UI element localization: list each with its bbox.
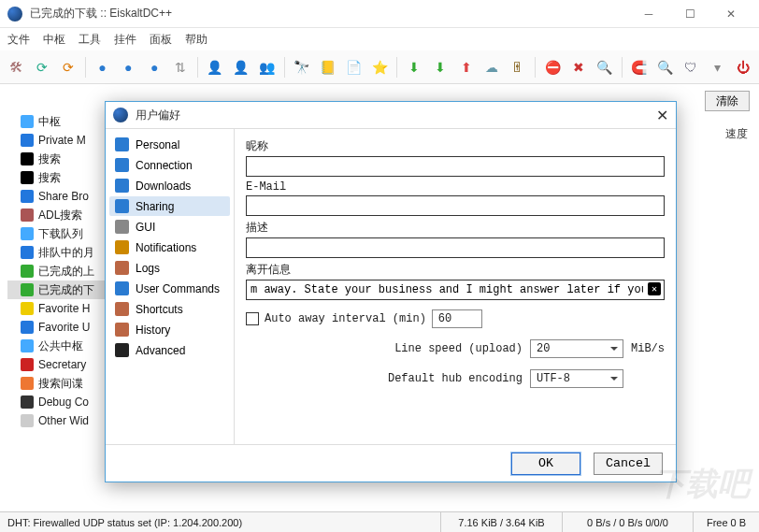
tree-item[interactable]: 中枢 xyxy=(7,112,110,131)
away-input[interactable] xyxy=(246,280,665,300)
wrench-icon[interactable]: 🛠 xyxy=(6,56,26,79)
magnet-icon[interactable]: 🧲 xyxy=(629,56,650,79)
tree-item[interactable]: Favorite H xyxy=(7,299,110,318)
globe2-icon[interactable]: ● xyxy=(118,56,138,79)
window-title: 已完成的下载 :: EiskaltDC++ xyxy=(30,6,628,22)
tree-item-icon xyxy=(21,265,34,278)
nav-item-icon xyxy=(115,302,129,316)
tree-item[interactable]: Other Wid xyxy=(7,411,110,430)
status-dht: DHT: Firewalled UDP status set (IP: 1.20… xyxy=(0,512,441,532)
cross-icon[interactable]: ✖ xyxy=(568,56,589,79)
email-input[interactable] xyxy=(246,195,665,216)
book-icon[interactable]: 📒 xyxy=(317,56,337,79)
tree-item-label: ADL搜索 xyxy=(38,208,82,223)
menu-hub[interactable]: 中枢 xyxy=(43,32,65,48)
tree-item[interactable]: 搜索 xyxy=(7,150,110,168)
download-icon[interactable]: ⬇ xyxy=(404,56,424,79)
tree-item[interactable]: ADL搜索 xyxy=(7,206,110,224)
arrows-icon[interactable]: ⇅ xyxy=(170,56,191,79)
star-icon[interactable]: ⭐ xyxy=(369,56,390,79)
tree-item-label: 中枢 xyxy=(38,114,61,130)
tree-item-icon xyxy=(21,283,34,296)
menu-help[interactable]: 帮助 xyxy=(185,32,208,48)
tree-item-icon xyxy=(21,339,34,352)
globe1-icon[interactable]: ● xyxy=(93,56,113,79)
tree-item-icon xyxy=(21,227,34,240)
tree-item[interactable]: Favorite U xyxy=(7,318,110,337)
user-gold-icon[interactable]: 👤 xyxy=(231,56,251,79)
speed-column-header: 速度 xyxy=(725,126,748,142)
cloud-icon[interactable]: ☁ xyxy=(482,56,503,79)
nav-item-shortcuts[interactable]: Shortcuts xyxy=(109,299,230,319)
refresh-orange-icon[interactable]: ⟳ xyxy=(58,56,79,79)
clear-button[interactable]: 清除 xyxy=(705,91,750,111)
auto-away-checkbox[interactable] xyxy=(246,312,259,325)
menu-file[interactable]: 文件 xyxy=(7,32,30,48)
ok-button[interactable]: OK xyxy=(511,453,580,475)
nav-item-history[interactable]: History xyxy=(109,320,230,339)
slider-icon[interactable]: 🎚 xyxy=(508,56,528,79)
power-icon[interactable]: ⏻ xyxy=(733,56,753,79)
side-tree: 中枢Private M搜索搜索Share BroADL搜索下载队列排队中的月已完… xyxy=(7,112,110,430)
tree-item[interactable]: 搜索间谍 xyxy=(7,374,110,393)
tree-item-icon xyxy=(21,302,34,315)
tree-item-label: Share Bro xyxy=(38,190,89,203)
nav-item-label: User Commands xyxy=(136,282,220,295)
tree-item-icon xyxy=(21,171,34,184)
menu-bar: 文件 中枢 工具 挂件 面板 帮助 xyxy=(0,28,759,50)
nav-item-user-commands[interactable]: User Commands xyxy=(109,279,230,298)
zoom-icon[interactable]: 🔍 xyxy=(594,56,615,79)
search-icon[interactable]: 🔍 xyxy=(655,56,676,79)
tree-item[interactable]: 已完成的下 xyxy=(7,280,110,299)
page-icon[interactable]: 📄 xyxy=(343,56,364,79)
auto-away-spinner[interactable]: 60 xyxy=(432,309,482,328)
globe3-icon[interactable]: ● xyxy=(144,56,165,79)
dialog-close-icon[interactable]: ✕ xyxy=(656,107,668,124)
menu-panel[interactable]: 面板 xyxy=(150,32,172,48)
nav-item-downloads[interactable]: Downloads xyxy=(109,176,230,195)
nav-item-label: Sharing xyxy=(136,200,174,213)
line-speed-select[interactable]: 20 xyxy=(530,339,623,358)
preferences-dialog: 用户偏好 ✕ PersonalConnectionDownloadsSharin… xyxy=(105,101,677,482)
email-label: E-Mail xyxy=(246,180,665,194)
stop-icon[interactable]: ⛔ xyxy=(542,56,563,79)
nav-item-logs[interactable]: Logs xyxy=(109,258,230,278)
encoding-select[interactable]: UTF-8 xyxy=(530,369,623,388)
cancel-button[interactable]: Cancel xyxy=(594,453,663,475)
status-free: Free 0 B xyxy=(694,512,759,532)
shield-icon[interactable]: 🛡 xyxy=(680,56,701,79)
tree-item[interactable]: Share Bro xyxy=(7,187,110,206)
user-blue-icon[interactable]: 👤 xyxy=(205,56,225,79)
tree-item[interactable]: Debug Co xyxy=(7,393,110,411)
refresh-green-icon[interactable]: ⟳ xyxy=(32,56,52,79)
nav-item-advanced[interactable]: Advanced xyxy=(109,340,230,360)
nav-item-gui[interactable]: GUI xyxy=(109,217,230,237)
upload-icon[interactable]: ⬆ xyxy=(456,56,477,79)
binoc-icon[interactable]: 🔭 xyxy=(291,56,311,79)
tree-item[interactable]: 下载队列 xyxy=(7,224,110,243)
close-button[interactable]: ✕ xyxy=(710,1,752,27)
away-clear-icon[interactable]: ✕ xyxy=(648,282,661,295)
minimize-button[interactable]: ─ xyxy=(628,1,669,27)
users-icon[interactable]: 👥 xyxy=(257,56,278,79)
tree-item[interactable]: Private M xyxy=(7,131,110,150)
status-size: 7.16 KiB / 3.64 KiB xyxy=(441,512,563,532)
nick-input[interactable] xyxy=(246,156,665,177)
tree-item[interactable]: 公共中枢 xyxy=(7,337,110,355)
funnel-icon[interactable]: ▾ xyxy=(707,56,727,79)
maximize-button[interactable]: ☐ xyxy=(669,1,710,27)
tree-item[interactable]: 搜索 xyxy=(7,168,110,187)
dl-list-icon[interactable]: ⬇ xyxy=(430,56,451,79)
nav-item-connection[interactable]: Connection xyxy=(109,155,230,175)
tree-item[interactable]: 已完成的上 xyxy=(7,262,110,280)
nav-item-personal[interactable]: Personal xyxy=(109,135,230,154)
tree-item[interactable]: Secretary xyxy=(7,355,110,374)
desc-input[interactable] xyxy=(246,237,665,258)
mibs-label: MiB/s xyxy=(631,342,665,355)
menu-tools[interactable]: 工具 xyxy=(79,32,101,48)
nav-item-notifications[interactable]: Notifications xyxy=(109,237,230,257)
menu-widgets[interactable]: 挂件 xyxy=(114,32,136,48)
nav-item-sharing[interactable]: Sharing xyxy=(109,196,230,216)
desc-label: 描述 xyxy=(246,220,665,236)
tree-item[interactable]: 排队中的月 xyxy=(7,243,110,262)
